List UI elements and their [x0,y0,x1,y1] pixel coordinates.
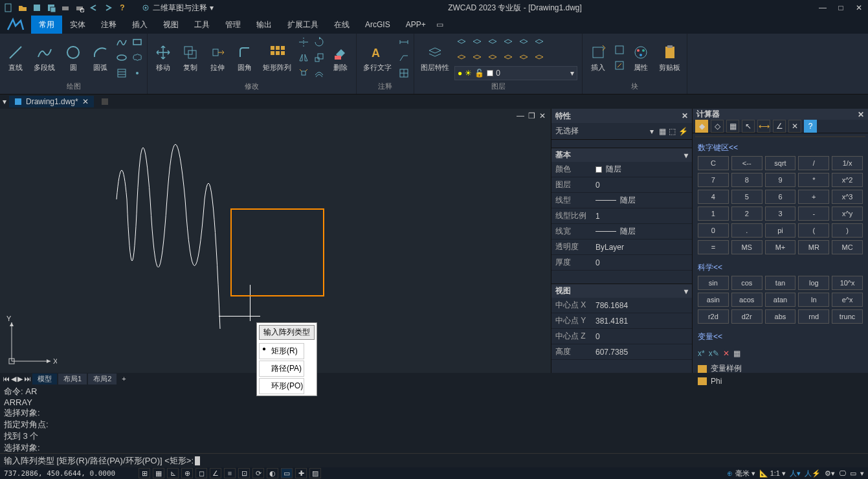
array-option-path[interactable]: 路径(PA) [259,361,304,377]
calc-button[interactable]: x^y [832,206,863,221]
property-row-cy[interactable]: 中心点 Y381.4181 [551,313,692,329]
point-icon[interactable] [130,66,144,80]
property-row-cz[interactable]: 中心点 Z0 [551,329,692,344]
property-row-transparency[interactable]: 透明度ByLayer [551,240,692,255]
calc-clear-icon[interactable]: ◆ [695,120,708,133]
property-row-height[interactable]: 高度607.7385 [551,344,692,360]
unit-selector[interactable]: ⊕ 毫米 ▾ [727,469,755,478]
erase-button[interactable]: 删除 [328,42,353,74]
annotation-auto-icon[interactable]: 人⚡ [805,469,821,478]
rotate-icon[interactable] [312,35,326,49]
line-button[interactable]: 直线 [3,42,28,74]
calc-angle-icon[interactable]: ∠ [773,120,786,133]
close-button[interactable]: ✕ [852,1,865,14]
calc-numpad-section[interactable]: 数字键区<< [693,140,868,156]
calc-button[interactable]: 5 [731,190,762,204]
ribbon-tab-solid[interactable]: 实体 [62,16,93,34]
ribbon-collapse-icon[interactable]: ▭ [434,16,447,34]
doc-close-icon[interactable]: ✕ [539,111,546,120]
offset-icon[interactable] [312,66,326,80]
close-icon[interactable]: ✕ [682,111,688,120]
revcloud-icon[interactable] [130,50,144,65]
calc-button[interactable]: / [798,156,829,170]
var-delete-icon[interactable]: ✕ [723,349,729,358]
circle-button[interactable]: 圆 [60,42,86,74]
calc-button[interactable]: MR [798,240,829,254]
layer-combo[interactable]: ● ☀ 🔓 0 ▾ [454,66,577,80]
ribbon-tab-tools[interactable]: 工具 [186,16,217,34]
print-preview-icon[interactable] [74,2,85,14]
calc-distance-icon[interactable]: ⟷ [757,120,770,133]
next-tab-icon[interactable]: ▶ [17,375,23,383]
calc-button[interactable]: 3 [765,206,796,221]
open-icon[interactable] [17,2,28,14]
ribbon-tab-manage[interactable]: 管理 [217,16,249,34]
layout-tab-layout2[interactable]: 布局2 [88,373,117,384]
calc-button[interactable]: ln [798,293,829,307]
layer-tool-icon[interactable] [470,35,484,49]
properties-section-basic[interactable]: 基本▾ [551,148,692,162]
grid-icon[interactable]: ▦ [153,468,164,478]
scale-selector[interactable]: 📐 1:1 ▾ [759,469,786,478]
insert-button[interactable]: 插入 [585,42,611,74]
var-new-icon[interactable]: x* [698,349,705,358]
calc-button[interactable]: sqrt [765,156,796,170]
undo-icon[interactable] [88,2,100,14]
calc-button[interactable]: 10^x [832,276,863,290]
calc-button[interactable]: 9 [765,173,796,187]
pickadd-icon[interactable]: ⬚ [669,127,676,136]
calc-button[interactable]: 2 [731,206,762,221]
transparency-icon[interactable]: ◐ [267,468,278,478]
doc-minimize-icon[interactable]: — [517,111,524,120]
selection-icon[interactable]: ▭ [281,468,293,478]
close-icon[interactable]: ✕ [82,97,89,106]
var-calc-icon[interactable]: ▦ [733,349,740,358]
select-icon[interactable]: ⚡ [678,127,688,136]
calc-history-icon[interactable]: ◇ [711,120,724,133]
calc-button[interactable]: * [798,173,829,187]
calc-button[interactable]: + [798,190,829,204]
calc-paste-icon[interactable]: ▦ [726,120,739,133]
ribbon-tab-arcgis[interactable]: ArcGIS [357,16,398,34]
calc-button[interactable]: 6 [765,190,796,204]
layer-tool-icon[interactable] [454,35,469,49]
calc-button[interactable]: abs [765,309,796,324]
clean-screen-icon[interactable]: ▭ [850,469,856,478]
explode-icon[interactable] [296,66,311,80]
move-button[interactable]: 移动 [150,42,176,74]
workspace-selector[interactable]: 二维草图与注释 ▾ [141,3,214,14]
new-icon[interactable] [3,2,14,14]
calc-button[interactable]: ) [832,223,863,238]
ribbon-tab-view[interactable]: 视图 [155,16,186,34]
mtext-button[interactable]: A多行文字 [359,42,395,74]
calc-button[interactable]: . [731,223,762,238]
layer-tool-icon[interactable] [454,50,469,65]
calc-button[interactable]: 8 [731,173,762,187]
save-icon[interactable] [31,2,43,14]
stretch-button[interactable]: 拉伸 [205,42,230,74]
ortho-icon[interactable]: ⊾ [167,468,179,478]
calculator-display[interactable] [695,136,865,137]
properties-section-view[interactable]: 视图▾ [551,284,692,298]
rectarray-button[interactable]: 矩形阵列 [259,42,295,74]
otrack-icon[interactable]: ∠ [210,468,221,478]
layer-tool-icon[interactable] [532,35,546,49]
add-layout-icon[interactable]: + [118,375,129,383]
calc-intersect-icon[interactable]: ✕ [788,120,801,133]
ribbon-tab-extension[interactable]: 扩展工具 [280,16,326,34]
copy-button[interactable]: 复制 [177,42,203,74]
redo-icon[interactable] [102,2,114,14]
calc-button[interactable]: 4 [698,190,729,204]
calc-button[interactable]: = [698,240,729,254]
calc-button[interactable]: d2r [731,309,762,324]
calc-button[interactable]: pi [765,223,796,238]
dynamic-input-icon[interactable]: ⊡ [238,468,250,478]
array-option-rectangular[interactable]: 矩形(R) [259,343,304,359]
osnap-icon[interactable]: ◻ [195,468,207,478]
calc-button[interactable]: rnd [798,309,829,324]
prev-tab-icon[interactable]: ◀ [11,375,16,383]
coordinate-display[interactable]: 737.2886, 450.6644, 0.0000 [4,469,133,478]
var-edit-icon[interactable]: x✎ [709,349,719,358]
ribbon-tab-online[interactable]: 在线 [326,16,357,34]
calc-button[interactable]: 1/x [832,156,863,170]
